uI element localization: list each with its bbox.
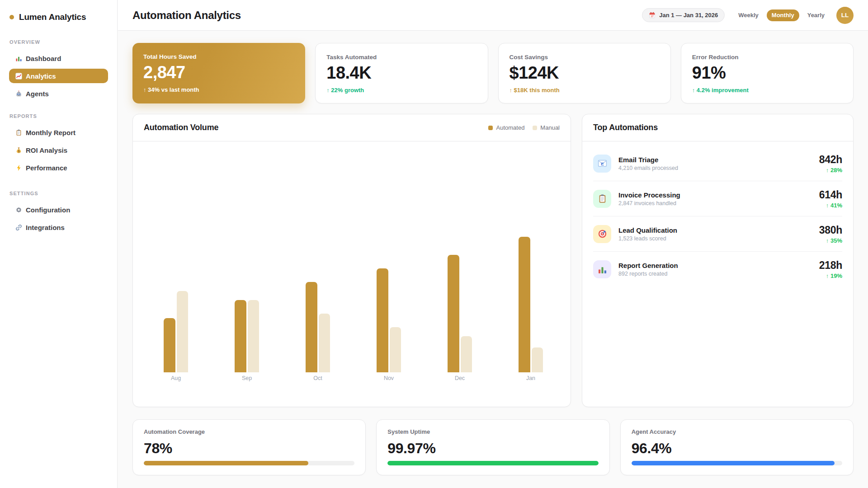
bar-group-nov: Nov bbox=[377, 268, 401, 372]
automation-row-1[interactable]: EEmail Triage4,210 emails processed842h↑… bbox=[593, 146, 842, 181]
automation-detail: 2,847 invoices handled bbox=[618, 200, 819, 206]
avatar[interactable]: LL bbox=[836, 7, 854, 24]
sidebar-item-roi-analysis[interactable]: $ ROI Analysis bbox=[9, 143, 108, 157]
bar-category-label: Aug bbox=[164, 375, 188, 381]
kpi-total-hours-saved: Total Hours Saved 2,847 ↑ 34% vs last mo… bbox=[132, 43, 305, 103]
bar-group-oct: Oct bbox=[306, 282, 330, 372]
automation-row-4[interactable]: Report Generation892 reports created218h… bbox=[593, 252, 842, 287]
link-icon bbox=[15, 224, 26, 231]
progress-track bbox=[632, 461, 842, 465]
kpi-delta: ↑ $18K this month bbox=[509, 87, 660, 94]
bar-manual-dec bbox=[461, 336, 472, 372]
kpi-delta: ↑ 22% growth bbox=[326, 87, 476, 94]
svg-text:$: $ bbox=[18, 149, 20, 153]
progress-track bbox=[387, 461, 598, 465]
sidebar-item-label: Monthly Report bbox=[26, 129, 75, 136]
kpi-value: 2,847 bbox=[143, 63, 294, 82]
kpi-cost-savings: Cost Savings $124K ↑ $18K this month bbox=[498, 43, 671, 103]
stat-label: System Uptime bbox=[387, 428, 598, 435]
bar-manual-nov bbox=[390, 327, 401, 372]
sidebar-item-configuration[interactable]: Configuration bbox=[9, 202, 108, 217]
sidebar-item-label: ROI Analysis bbox=[26, 146, 67, 154]
brand-dot-icon bbox=[9, 15, 14, 19]
automation-name: Email Triage bbox=[618, 156, 819, 164]
automation-hours: 380h bbox=[819, 224, 842, 236]
legend-manual-swatch bbox=[533, 126, 537, 130]
bar-automated-dec bbox=[448, 255, 459, 372]
bar-category-label: Nov bbox=[377, 375, 401, 381]
automation-delta: ↑ 35% bbox=[819, 237, 842, 244]
period-monthly[interactable]: Monthly bbox=[767, 9, 799, 21]
bar-chart-icon bbox=[593, 260, 611, 278]
stat-automation-coverage: Automation Coverage 78% bbox=[132, 419, 366, 475]
automation-row-3[interactable]: Lead Qualification1,523 leads scored380h… bbox=[593, 216, 842, 252]
sidebar-nav: OVERVIEW Dashboard Analytics Agents REPO… bbox=[0, 39, 117, 235]
kpi-label: Cost Savings bbox=[509, 54, 660, 61]
kpi-label: Total Hours Saved bbox=[143, 53, 294, 60]
kpi-row: Total Hours Saved 2,847 ↑ 34% vs last mo… bbox=[132, 43, 854, 103]
clipboard-icon bbox=[15, 129, 26, 136]
sidebar-item-integrations[interactable]: Integrations bbox=[9, 220, 108, 235]
kpi-delta: ↑ 34% vs last month bbox=[143, 86, 294, 93]
nav-section-reports: REPORTS bbox=[9, 113, 108, 119]
legend-automated-swatch bbox=[488, 126, 493, 130]
stat-agent-accuracy: Agent Accuracy 96.4% bbox=[620, 419, 854, 475]
kpi-delta: ↑ 4.2% improvement bbox=[692, 87, 842, 94]
bar-automated-sep bbox=[235, 300, 246, 372]
bar-automated-oct bbox=[306, 282, 317, 372]
sidebar-item-dashboard[interactable]: Dashboard bbox=[9, 51, 108, 66]
sidebar-item-analytics[interactable]: Analytics bbox=[9, 69, 108, 83]
sidebar-item-label: Performance bbox=[26, 164, 67, 172]
svg-text:E: E bbox=[601, 161, 604, 166]
bar-group-jan: Jan bbox=[519, 237, 543, 372]
topbar: Automation Analytics 17 Jan 1 — Jan 31, … bbox=[118, 0, 868, 31]
progress-fill bbox=[632, 461, 835, 465]
bar-automated-jan bbox=[519, 237, 530, 372]
nav-section-settings: SETTINGS bbox=[9, 191, 108, 196]
stat-system-uptime: System Uptime 99.97% bbox=[376, 419, 609, 475]
automation-name: Lead Qualification bbox=[618, 226, 819, 234]
svg-text:17: 17 bbox=[651, 15, 654, 18]
sidebar-item-label: Agents bbox=[26, 90, 49, 98]
automation-hours: 218h bbox=[819, 259, 842, 272]
progress-track bbox=[144, 461, 354, 465]
date-range-picker[interactable]: 17 Jan 1 — Jan 31, 2026 bbox=[642, 8, 725, 22]
period-yearly[interactable]: Yearly bbox=[807, 12, 825, 19]
automation-detail: 1,523 leads scored bbox=[618, 235, 819, 242]
target-icon bbox=[593, 225, 611, 243]
kpi-label: Tasks Automated bbox=[326, 54, 476, 61]
automation-name: Report Generation bbox=[618, 262, 819, 269]
stat-value: 78% bbox=[144, 440, 354, 457]
email-icon: E bbox=[593, 155, 611, 173]
top-automations-title: Top Automations bbox=[593, 123, 658, 132]
gear-icon bbox=[15, 206, 26, 213]
bar-category-label: Dec bbox=[448, 375, 472, 381]
money-bag-icon: $ bbox=[15, 147, 26, 154]
legend-manual-label: Manual bbox=[540, 124, 560, 131]
bar-manual-aug bbox=[177, 291, 189, 372]
kpi-value: 18.4K bbox=[326, 63, 476, 83]
stat-value: 99.97% bbox=[387, 440, 598, 457]
automation-name: Invoice Processing bbox=[618, 191, 819, 199]
period-weekly[interactable]: Weekly bbox=[738, 12, 759, 19]
automation-delta: ↑ 19% bbox=[819, 272, 842, 279]
sidebar-item-label: Configuration bbox=[26, 206, 70, 214]
automation-detail: 4,210 emails processed bbox=[618, 165, 819, 171]
top-automations-panel: Top Automations EEmail Triage4,210 email… bbox=[582, 114, 854, 407]
bar-group-dec: Dec bbox=[448, 255, 472, 372]
sidebar-item-performance[interactable]: Performance bbox=[9, 160, 108, 175]
bar-manual-sep bbox=[248, 300, 259, 372]
automation-hours: 614h bbox=[819, 189, 842, 201]
sidebar-item-agents[interactable]: Agents bbox=[9, 86, 108, 101]
automation-row-2[interactable]: Invoice Processing2,847 invoices handled… bbox=[593, 181, 842, 216]
top-automations-list: EEmail Triage4,210 emails processed842h↑… bbox=[582, 141, 853, 287]
chart-title: Automation Volume bbox=[144, 123, 218, 132]
bar-category-label: Oct bbox=[306, 375, 330, 381]
bar-group-sep: Sep bbox=[235, 300, 259, 372]
bar-manual-oct bbox=[319, 314, 330, 372]
sidebar-item-monthly-report[interactable]: Monthly Report bbox=[9, 125, 108, 140]
nav-section-overview: OVERVIEW bbox=[9, 39, 108, 45]
sidebar-item-label: Dashboard bbox=[26, 55, 61, 62]
stat-label: Agent Accuracy bbox=[632, 428, 842, 435]
legend-automated-label: Automated bbox=[496, 124, 524, 131]
